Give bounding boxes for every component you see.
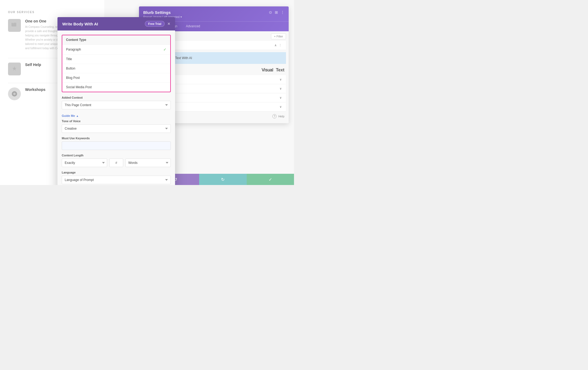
services-section-title: OUR SERVICES bbox=[8, 11, 96, 14]
blurb-header-icons: ⊙ ⊞ ⋮ bbox=[269, 10, 284, 14]
tab-visual[interactable]: Visual bbox=[262, 68, 273, 72]
redo-icon: ↻ bbox=[221, 177, 225, 182]
service-icon-self-help bbox=[8, 63, 21, 75]
guide-me-link[interactable]: Guide Me ▲ bbox=[62, 114, 79, 117]
keywords-group: Must Use Keywords bbox=[62, 137, 171, 150]
content-length-number-input[interactable] bbox=[109, 159, 123, 167]
language-select[interactable]: Language of Prompt bbox=[62, 176, 171, 184]
service-icon-workshops bbox=[8, 87, 21, 100]
collapse-chevron-2[interactable]: ∨ bbox=[280, 78, 282, 81]
content-length-unit-select[interactable]: Words bbox=[125, 159, 171, 167]
service-content-workshops: Workshops bbox=[25, 87, 45, 93]
keywords-input[interactable] bbox=[62, 141, 171, 150]
modal-close-button[interactable]: × bbox=[167, 21, 170, 26]
content-length-group: Content Length Exactly Words bbox=[62, 154, 171, 167]
content-type-item-button[interactable]: Button bbox=[62, 64, 170, 73]
svg-rect-1 bbox=[13, 22, 14, 23]
content-length-label: Content Length bbox=[62, 154, 171, 157]
help-circle-icon: ? bbox=[272, 114, 277, 118]
service-content-self-help: Self Help bbox=[25, 63, 41, 68]
language-label: Language bbox=[62, 171, 171, 174]
content-type-list: Paragraph ✓ Title Button Blog Post Socia… bbox=[62, 45, 170, 92]
more-icon[interactable]: ⋮ bbox=[281, 10, 284, 14]
content-type-item-social-media[interactable]: Social Media Post bbox=[62, 83, 170, 92]
content-type-label-social-media: Social Media Post bbox=[66, 85, 92, 89]
collapse-chevron-4[interactable]: ∨ bbox=[280, 96, 282, 99]
tab-text[interactable]: Text bbox=[276, 68, 284, 72]
content-type-label-paragraph: Paragraph bbox=[66, 48, 81, 51]
content-type-item-paragraph[interactable]: Paragraph ✓ bbox=[62, 45, 170, 55]
write-ai-modal: Write Body With AI Free Trial × Content … bbox=[57, 17, 175, 185]
guide-me-label: Guide Me bbox=[62, 114, 75, 117]
content-type-section: Content Type Paragraph ✓ Title Button Bl… bbox=[62, 35, 171, 92]
service-name-self-help: Self Help bbox=[25, 63, 41, 67]
help-label: Help bbox=[278, 115, 284, 118]
focus-icon[interactable]: ⊙ bbox=[269, 10, 272, 14]
language-group: Language Language of Prompt bbox=[62, 171, 171, 184]
keywords-label: Must Use Keywords bbox=[62, 137, 171, 140]
content-type-item-blog-post[interactable]: Blog Post bbox=[62, 73, 170, 83]
added-context-select[interactable]: This Page Content bbox=[62, 101, 171, 109]
svg-rect-0 bbox=[11, 23, 16, 26]
save-button[interactable]: ✓ bbox=[247, 174, 294, 185]
collapse-chevron-3[interactable]: ∨ bbox=[280, 87, 282, 90]
content-type-item-title[interactable]: Title bbox=[62, 55, 170, 64]
tone-of-voice-label: Tone of Voice bbox=[62, 120, 171, 123]
save-icon: ✓ bbox=[269, 177, 272, 182]
modal-body: Content Type Paragraph ✓ Title Button Bl… bbox=[57, 30, 175, 185]
layout-icon[interactable]: ⊞ bbox=[275, 10, 278, 14]
redo-button[interactable]: ↻ bbox=[199, 174, 247, 185]
modal-header: Write Body With AI Free Trial × bbox=[57, 17, 175, 30]
service-icon-one-on-one bbox=[8, 19, 21, 32]
free-trial-badge[interactable]: Free Trial bbox=[145, 21, 165, 27]
content-length-type-select[interactable]: Exactly bbox=[62, 159, 107, 167]
filter-button[interactable]: + Filter bbox=[271, 33, 286, 39]
collapse-chevron-up[interactable]: ∧ bbox=[274, 44, 277, 47]
tab-advanced[interactable]: Advanced bbox=[181, 22, 204, 31]
modal-header-right: Free Trial × bbox=[145, 21, 170, 27]
content-type-header: Content Type bbox=[62, 35, 170, 45]
modal-title: Write Body With AI bbox=[62, 22, 98, 26]
content-length-row: Exactly Words bbox=[62, 159, 171, 167]
content-type-label-blog-post: Blog Post bbox=[66, 76, 80, 80]
collapse-more-1[interactable]: ⋮ bbox=[279, 44, 282, 47]
check-icon-paragraph: ✓ bbox=[163, 47, 167, 52]
service-name-workshops: Workshops bbox=[25, 87, 45, 92]
content-type-label-title: Title bbox=[66, 57, 72, 61]
collapse-chevron-5[interactable]: ∨ bbox=[280, 105, 282, 109]
content-type-label-button: Button bbox=[66, 67, 75, 70]
guide-me-arrow-icon: ▲ bbox=[76, 114, 79, 117]
added-context-label: Added Context bbox=[62, 96, 171, 99]
blurb-settings-title: Blurb Settings bbox=[143, 10, 182, 15]
added-context-group: Added Context This Page Content bbox=[62, 96, 171, 109]
tone-of-voice-group: Tone of Voice Creative bbox=[62, 120, 171, 133]
tone-of-voice-select[interactable]: Creative bbox=[62, 124, 171, 133]
